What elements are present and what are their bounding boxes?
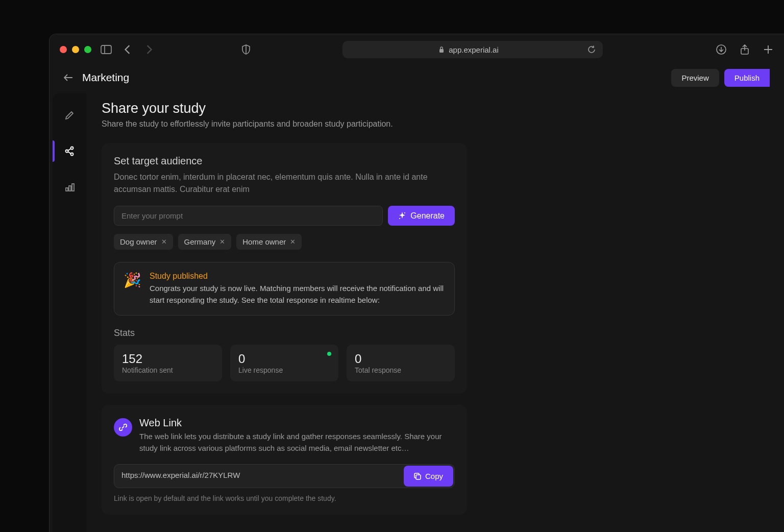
svg-line-9 xyxy=(68,149,71,151)
forward-icon[interactable] xyxy=(143,44,155,55)
downloads-icon[interactable] xyxy=(716,44,727,55)
tag-list: Dog owner✕ Germany✕ Home owner✕ xyxy=(114,234,455,250)
svg-rect-3 xyxy=(439,49,444,53)
svg-line-10 xyxy=(68,152,71,154)
svg-rect-13 xyxy=(72,184,74,191)
stat-live-response: 0 Live response xyxy=(230,345,338,381)
alert-title: Study published xyxy=(150,272,445,281)
page-breadcrumb: Marketing xyxy=(82,71,129,84)
weblink-desc: The web link lets you distribute a study… xyxy=(139,431,455,454)
window-maximize-button[interactable] xyxy=(84,46,91,53)
publish-button[interactable]: Publish xyxy=(724,69,770,87)
copy-icon xyxy=(414,473,421,480)
back-icon[interactable] xyxy=(122,44,133,55)
url-text: app.experial.ai xyxy=(449,45,499,54)
party-icon: 🎉 xyxy=(124,272,141,306)
url-bar[interactable]: app.experial.ai xyxy=(342,41,603,58)
stat-total-response: 0 Total response xyxy=(347,345,455,381)
live-indicator-icon xyxy=(327,352,331,356)
reload-icon[interactable] xyxy=(587,45,596,54)
sidebar-item-edit[interactable] xyxy=(59,105,80,126)
prompt-input[interactable] xyxy=(114,206,383,226)
link-url[interactable]: https://www.experial.ai/r/27KYLRW xyxy=(114,465,403,488)
copy-button[interactable]: Copy xyxy=(404,466,453,487)
stat-notifications: 152 Notification sent xyxy=(114,345,222,381)
tag[interactable]: Dog owner✕ xyxy=(114,234,173,250)
sidebar-toggle-icon[interactable] xyxy=(101,44,112,55)
link-box: https://www.experial.ai/r/27KYLRW Copy xyxy=(114,464,455,488)
tag-remove-icon[interactable]: ✕ xyxy=(290,238,296,246)
tag[interactable]: Home owner✕ xyxy=(236,234,302,250)
new-tab-icon[interactable] xyxy=(763,44,774,55)
page-subtitle: Share the study to effortlessly invite p… xyxy=(102,119,769,129)
browser-window: app.experial.ai Marketing Preview Pub xyxy=(49,34,784,532)
svg-rect-12 xyxy=(69,186,71,191)
alert-body: Congrats your study is now live. Matchin… xyxy=(150,283,445,306)
shield-icon[interactable] xyxy=(240,44,252,55)
audience-desc: Donec tortor enim, interdum in placerat … xyxy=(114,171,455,196)
weblink-card: Web Link The web link lets you distribut… xyxy=(102,405,467,515)
page-title: Share your study xyxy=(102,101,769,116)
lock-icon xyxy=(438,46,445,53)
sparkle-icon xyxy=(398,212,406,220)
tag[interactable]: Germany✕ xyxy=(178,234,232,250)
tag-remove-icon[interactable]: ✕ xyxy=(161,238,167,246)
window-minimize-button[interactable] xyxy=(72,46,79,53)
preview-button[interactable]: Preview xyxy=(671,69,719,87)
svg-point-15 xyxy=(399,218,400,219)
share-icon[interactable] xyxy=(739,44,750,55)
link-note: Link is open by default and the link wor… xyxy=(114,494,455,502)
stats-heading: Stats xyxy=(114,328,455,338)
window-close-button[interactable] xyxy=(60,46,67,53)
link-icon xyxy=(114,418,132,437)
app-header: Marketing Preview Publish xyxy=(50,65,784,90)
audience-title: Set target audience xyxy=(114,155,455,167)
svg-rect-0 xyxy=(101,45,111,54)
svg-rect-11 xyxy=(66,188,68,191)
generate-button[interactable]: Generate xyxy=(388,206,455,226)
svg-rect-16 xyxy=(416,475,421,479)
sidebar-item-analytics[interactable] xyxy=(59,176,80,198)
browser-toolbar: app.experial.ai xyxy=(50,34,784,65)
sidebar-item-share[interactable] xyxy=(59,140,80,162)
back-button[interactable] xyxy=(64,74,73,81)
published-alert: 🎉 Study published Congrats your study is… xyxy=(114,262,455,316)
sidebar xyxy=(53,93,86,532)
weblink-title: Web Link xyxy=(139,417,455,429)
audience-card: Set target audience Donec tortor enim, i… xyxy=(102,143,467,394)
tag-remove-icon[interactable]: ✕ xyxy=(219,238,225,246)
svg-point-14 xyxy=(404,212,405,213)
